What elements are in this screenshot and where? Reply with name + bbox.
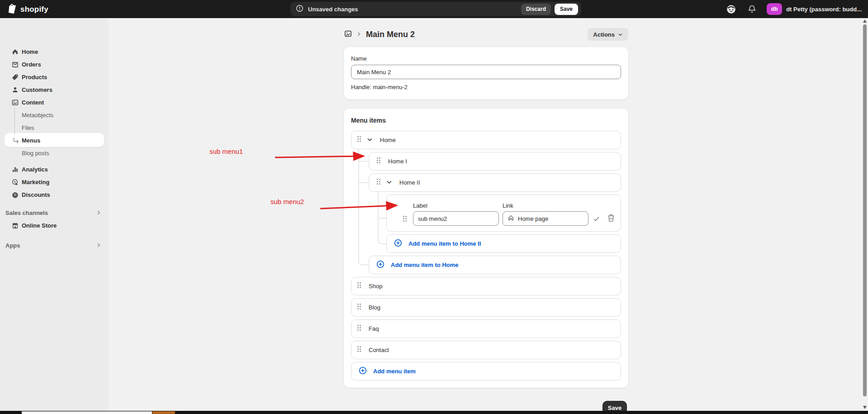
chevron-right-icon: [96, 243, 101, 249]
sidebar-item-customers[interactable]: Customers: [0, 83, 109, 96]
discard-button[interactable]: Discard: [521, 4, 551, 15]
actions-button[interactable]: Actions: [588, 28, 628, 41]
home-page-icon: [508, 214, 514, 223]
customers-icon: [11, 86, 19, 94]
drag-handle-icon[interactable]: [403, 215, 407, 224]
sidebar-item-blog-posts[interactable]: Blog posts: [0, 147, 109, 159]
drag-handle-icon[interactable]: [357, 136, 361, 144]
assistant-icon[interactable]: [726, 4, 736, 14]
page-title: Main Menu 2: [366, 30, 415, 39]
analytics-icon: [11, 166, 19, 173]
orders-icon: [11, 61, 19, 68]
content-icon: [11, 99, 19, 106]
bottom-edge-strip: [0, 411, 868, 414]
sidebar-item-content[interactable]: Content: [0, 96, 109, 109]
sidebar-item-home[interactable]: Home: [0, 45, 109, 58]
plus-circle-icon: [376, 260, 384, 270]
unsaved-changes-text: Unsaved changes: [308, 6, 358, 13]
collapse-chevron-icon[interactable]: [386, 179, 392, 187]
sidebar-item-metaobjects[interactable]: Metaobjects: [0, 109, 109, 121]
menu-items-card: Menu items Home Home I Home II Label Lin…: [344, 109, 628, 388]
products-tag-icon: [11, 73, 19, 81]
annotation-sub-menu2: sub menu2: [270, 198, 304, 205]
scrollbar[interactable]: [862, 18, 868, 411]
drag-handle-icon[interactable]: [376, 157, 381, 166]
save-button-top[interactable]: Save: [555, 4, 578, 15]
alert-icon: [296, 5, 304, 14]
unsaved-changes-bar: Unsaved changes Discard Save: [290, 2, 581, 16]
menu-row-blog[interactable]: Blog: [351, 298, 621, 317]
link-caption: Link: [503, 202, 588, 209]
menu-row-home-i[interactable]: Home I: [369, 152, 621, 171]
bottom-strip-orange-segment: [152, 411, 175, 414]
menu-name-input[interactable]: [351, 65, 621, 79]
bottom-strip-light-segment: [22, 411, 152, 414]
sidebar: Home Orders Products Customers Content M…: [0, 18, 109, 414]
subitem-arrow-icon: [12, 137, 20, 144]
breadcrumb-chevron-icon: [356, 30, 361, 38]
add-menu-item-to-home[interactable]: Add menu item to Home: [369, 256, 621, 274]
plus-circle-icon: [359, 366, 367, 376]
add-menu-item-to-home-ii[interactable]: Add menu item to Home II: [386, 234, 621, 253]
sidebar-item-analytics[interactable]: Analytics: [0, 163, 109, 176]
scrollbar-down-arrow[interactable]: [863, 406, 867, 409]
menu-row-home-ii[interactable]: Home II: [369, 173, 621, 192]
annotation-sub-menu1: sub menu1: [209, 148, 243, 155]
sidebar-item-files[interactable]: Files: [0, 121, 109, 134]
drag-handle-icon[interactable]: [357, 282, 361, 290]
collapse-chevron-icon[interactable]: [367, 136, 373, 144]
sidebar-item-menus[interactable]: Menus: [0, 134, 109, 147]
menu-row-home[interactable]: Home: [351, 131, 621, 149]
marketing-icon: [11, 178, 19, 186]
menu-items-title: Menu items: [351, 117, 621, 124]
breadcrumb-menu-icon[interactable]: [344, 29, 352, 40]
label-input[interactable]: [413, 211, 499, 226]
shopify-logo[interactable]: shopify: [7, 3, 48, 16]
top-bar: shopify Unsaved changes Discard Save db …: [0, 0, 868, 18]
menu-row-contact[interactable]: Contact: [351, 341, 621, 359]
label-field-group: Label: [413, 202, 499, 226]
name-card: Name Handle: main-menu-2: [344, 47, 628, 100]
handle-text: Handle: main-menu-2: [351, 84, 621, 90]
link-selector[interactable]: Home page: [503, 211, 588, 226]
sales-channels-section[interactable]: Sales channels: [0, 206, 109, 219]
drag-handle-icon[interactable]: [357, 346, 361, 354]
shopify-wordmark: shopify: [20, 5, 48, 14]
home-icon: [11, 48, 19, 56]
sidebar-item-products[interactable]: Products: [0, 71, 109, 83]
shopify-bag-icon: [7, 3, 17, 16]
menu-row-shop[interactable]: Shop: [351, 277, 621, 295]
label-caption: Label: [413, 202, 499, 209]
add-menu-item[interactable]: Add menu item: [351, 362, 621, 381]
sidebar-item-discounts[interactable]: Discounts: [0, 188, 109, 201]
name-field-label: Name: [351, 55, 621, 62]
sidebar-item-marketing[interactable]: Marketing: [0, 176, 109, 188]
drag-handle-icon[interactable]: [376, 178, 381, 187]
delete-trash-icon[interactable]: [607, 214, 615, 224]
discounts-icon: [11, 191, 19, 199]
drag-handle-icon[interactable]: [357, 324, 361, 333]
scrollbar-up-arrow[interactable]: [863, 19, 867, 23]
chevron-down-icon: [618, 32, 623, 37]
apps-section[interactable]: Apps: [0, 239, 109, 252]
confirm-check-icon[interactable]: [593, 215, 600, 224]
user-name[interactable]: dt Petty (password: budd...: [786, 6, 862, 13]
menu-item-edit-form: Label Link Home page: [386, 195, 621, 232]
user-avatar[interactable]: db: [767, 3, 782, 15]
chevron-right-icon: [96, 210, 101, 217]
sidebar-item-orders[interactable]: Orders: [0, 58, 109, 71]
menu-row-faq[interactable]: Faq: [351, 319, 621, 338]
drag-handle-icon[interactable]: [357, 303, 361, 312]
notifications-bell-icon[interactable]: [747, 4, 757, 14]
sidebar-item-online-store[interactable]: Online Store: [0, 219, 109, 232]
link-field-group: Link Home page: [503, 202, 588, 226]
online-store-icon: [11, 222, 19, 229]
scrollbar-thumb[interactable]: [863, 24, 867, 396]
plus-circle-icon: [394, 239, 402, 249]
